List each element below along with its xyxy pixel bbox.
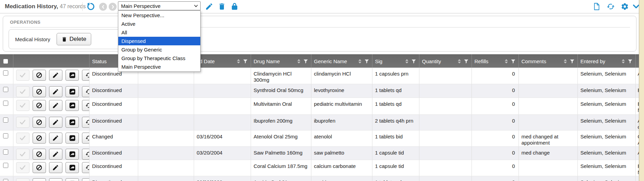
sort-icon[interactable] [621,59,625,64]
column-header[interactable]: Entered by [577,55,635,68]
filter-icon[interactable] [243,59,248,64]
filter-icon[interactable] [570,59,575,64]
edit-row-button[interactable] [49,70,62,81]
forward-button[interactable] [65,162,79,173]
forward-button[interactable] [65,70,79,81]
approve-button[interactable] [16,133,29,144]
edit-row-button[interactable] [49,178,62,181]
approve-button[interactable] [16,86,29,97]
discontinue-button[interactable] [33,100,46,111]
table-row[interactable]: Discontinued Coral Calcium 187.5mg calci… [0,160,639,176]
forward-button[interactable] [65,178,79,181]
edit-row-button[interactable] [49,100,62,111]
menu-item[interactable]: Dispensed [118,37,200,45]
filter-icon[interactable] [303,59,308,64]
column-header[interactable] [0,55,13,68]
table-row[interactable]: Discontinued 03/20/2004 Saw Palmetto 160… [0,147,639,160]
table-row[interactable]: Discontinued Synthroid Oral 50mcg levoth… [0,84,639,98]
new-document-button[interactable] [592,2,601,11]
column-header[interactable]: Refills [472,55,518,68]
delete-perspective-button[interactable] [217,2,226,11]
row-checkbox[interactable] [3,133,8,138]
discontinue-button[interactable] [33,70,46,81]
forward-button[interactable] [65,86,79,97]
row-checkbox[interactable] [3,149,8,155]
refresh-button[interactable] [606,2,615,11]
menu-item[interactable]: Main Perspective [118,63,200,71]
approve-button[interactable] [16,178,29,181]
edit-row-button[interactable] [49,117,62,128]
discontinue-button[interactable] [33,162,46,173]
edit-row-button[interactable] [49,133,62,144]
refresh-row-button[interactable] [82,86,89,97]
forward-button[interactable] [65,117,79,128]
edit-row-button[interactable] [49,162,62,173]
delete-button[interactable]: Delete [57,33,91,45]
select-all-checkbox[interactable] [3,59,8,64]
menu-item[interactable]: Group by Therapeutic Class [118,54,200,63]
filter-icon[interactable] [464,59,469,64]
column-header[interactable]: Sig [372,55,419,68]
sort-icon[interactable] [457,59,461,64]
row-checkbox[interactable] [3,101,8,106]
table-row[interactable]: Discontinued 03/03/2003 Aspirin Oral 81m… [0,176,639,181]
edit-perspective-button[interactable] [205,2,214,11]
settings-button[interactable] [620,2,629,11]
prev-button[interactable] [99,3,107,11]
approve-button[interactable] [16,149,29,160]
sort-icon[interactable] [297,59,301,64]
approve-button[interactable] [16,100,29,111]
filter-icon[interactable] [628,59,633,64]
column-header[interactable] [13,55,89,68]
refresh-row-button[interactable] [82,100,89,111]
refresh-row-button[interactable] [82,117,89,128]
approve-button[interactable] [16,70,29,81]
refresh-row-button[interactable] [82,149,89,160]
edit-row-button[interactable] [49,149,62,160]
forward-button[interactable] [65,149,79,160]
menu-item[interactable]: Group by Generic [118,45,200,54]
undo-button[interactable] [86,2,95,11]
row-checkbox[interactable] [3,163,8,168]
filter-icon[interactable] [364,59,369,64]
menu-item[interactable]: All [118,28,200,37]
table-row[interactable]: Changed 03/16/2004 Atenolol Oral 25mg at… [0,131,639,147]
table-row[interactable]: Discontinued Clindamycin HCl 300mg clind… [0,68,639,84]
discontinue-button[interactable] [33,133,46,144]
row-checkbox[interactable] [3,87,8,92]
perspective-select[interactable]: Main Perspective [118,1,201,10]
column-header[interactable]: Drug Name [251,55,311,68]
row-checkbox[interactable] [3,179,8,181]
table-row[interactable]: Discontinued Multivitamin Oral pediatric… [0,98,639,114]
column-header[interactable]: Comments [518,55,577,68]
menu-item[interactable]: New Perspective... [118,11,200,20]
sort-icon[interactable] [358,59,362,64]
filter-icon[interactable] [511,59,516,64]
column-header[interactable]: Generic Name [311,55,372,68]
approve-button[interactable] [16,117,29,128]
sort-icon[interactable] [563,59,567,64]
sort-icon[interactable] [405,59,409,64]
edit-row-button[interactable] [49,86,62,97]
refresh-row-button[interactable] [82,178,89,181]
lock-perspective-button[interactable] [230,2,239,11]
next-button[interactable] [109,3,117,11]
forward-button[interactable] [65,100,79,111]
discontinue-button[interactable] [33,178,46,181]
filter-icon[interactable] [411,59,416,64]
sort-icon[interactable] [504,59,508,64]
sort-icon[interactable] [237,59,240,64]
table-row[interactable]: Discontinued Ibuprofen 200mg ibuprofen 2… [0,114,639,131]
approve-button[interactable] [16,162,29,173]
column-header[interactable]: nd Date [194,55,251,68]
refresh-row-button[interactable] [82,70,89,81]
row-checkbox[interactable] [3,117,8,123]
column-header[interactable]: Quantity [419,55,472,68]
discontinue-button[interactable] [33,117,46,128]
refresh-row-button[interactable] [82,133,89,144]
refresh-row-button[interactable] [82,162,89,173]
menu-item[interactable]: Active [118,20,200,28]
discontinue-button[interactable] [33,86,46,97]
discontinue-button[interactable] [33,149,46,160]
forward-button[interactable] [65,133,79,144]
